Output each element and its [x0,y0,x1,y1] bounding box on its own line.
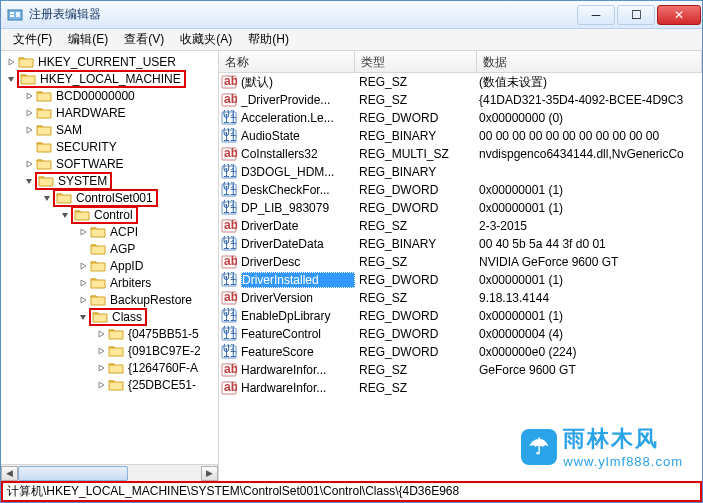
value-type: REG_SZ [355,291,475,305]
list-row[interactable]: abDriverDescREG_SZNVIDIA GeForce 9600 GT [219,253,702,271]
value-name: D3DOGL_HDM... [241,165,355,179]
tree-item[interactable]: HARDWARE [1,104,218,121]
caret-icon[interactable] [23,158,35,170]
caret-icon[interactable] [77,243,89,255]
col-type[interactable]: 类型 [355,51,477,72]
tree-item[interactable]: {1264760F-A [1,359,218,376]
tree-item[interactable]: HKEY_LOCAL_MACHINE [1,70,218,87]
value-data: 0x00000000 (0) [475,111,702,125]
tree-label: {091BC97E-2 [127,344,202,358]
caret-icon[interactable] [23,90,35,102]
tree-label: {1264760F-A [127,361,199,375]
tree-item[interactable]: SECURITY [1,138,218,155]
caret-icon[interactable] [95,379,107,391]
list-row[interactable]: abDriverDateREG_SZ2-3-2015 [219,217,702,235]
col-data[interactable]: 数据 [477,51,702,72]
list-row[interactable]: ab_DriverProvide...REG_SZ{41DAD321-35D4-… [219,91,702,109]
tree-item[interactable]: ControlSet001 [1,189,218,206]
svg-text:110: 110 [223,166,237,180]
list-row[interactable]: 011110D3DOGL_HDM...REG_BINARY [219,163,702,181]
caret-icon[interactable] [95,345,107,357]
list-row[interactable]: 011110DP_LIB_983079REG_DWORD0x00000001 (… [219,199,702,217]
list-row[interactable]: 011110DriverDateDataREG_BINARY00 40 5b 5… [219,235,702,253]
value-type-icon: ab [221,380,237,396]
caret-icon[interactable] [23,124,35,136]
list-row[interactable]: 011110DriverInstalledREG_DWORD0x00000001… [219,271,702,289]
scroll-right-icon[interactable]: ▶ [201,466,218,481]
tree-item[interactable]: SYSTEM [1,172,218,189]
tree-item[interactable]: BCD00000000 [1,87,218,104]
menu-edit[interactable]: 编辑(E) [60,29,116,50]
caret-icon[interactable] [95,362,107,374]
svg-text:ab: ab [224,92,237,106]
list-row[interactable]: ab(默认)REG_SZ(数值未设置) [219,73,702,91]
tree-item[interactable]: HKEY_CURRENT_USER [1,53,218,70]
list-row[interactable]: abDriverVersionREG_SZ9.18.13.4144 [219,289,702,307]
key-tree[interactable]: HKEY_CURRENT_USERHKEY_LOCAL_MACHINEBCD00… [1,51,219,481]
caret-icon[interactable] [77,277,89,289]
caret-icon[interactable] [23,141,35,153]
tree-item[interactable]: AppID [1,257,218,274]
tree-label: Control [93,208,134,222]
list-row[interactable]: 011110FeatureControlREG_DWORD0x00000004 … [219,325,702,343]
folder-icon [36,157,52,171]
tree-item[interactable]: ACPI [1,223,218,240]
watermark-text: 雨林木风 [563,424,683,454]
menu-help[interactable]: 帮助(H) [240,29,297,50]
caret-icon[interactable] [77,311,89,323]
tree-item[interactable]: Class [1,308,218,325]
menu-fav[interactable]: 收藏夹(A) [172,29,240,50]
svg-text:110: 110 [223,274,237,288]
tree-hscroll[interactable]: ◀ ▶ [1,464,218,481]
caret-icon[interactable] [5,56,17,68]
value-type: REG_MULTI_SZ [355,147,475,161]
svg-text:ab: ab [224,380,237,394]
caret-icon[interactable] [77,260,89,272]
list-row[interactable]: abHardwareInfor...REG_SZGeForce 9600 GT [219,361,702,379]
list-row[interactable]: 011110EnableDpLibraryREG_DWORD0x00000001… [219,307,702,325]
menu-file[interactable]: 文件(F) [5,29,60,50]
list-row[interactable]: 011110DeskCheckFor...REG_DWORD0x00000001… [219,181,702,199]
menu-view[interactable]: 查看(V) [116,29,172,50]
value-type: REG_BINARY [355,165,475,179]
maximize-button[interactable]: ☐ [617,5,655,25]
list-row[interactable]: abCoInstallers32REG_MULTI_SZnvdispgenco6… [219,145,702,163]
caret-icon[interactable] [5,73,17,85]
tree-item[interactable]: {25DBCE51- [1,376,218,393]
caret-icon[interactable] [23,175,35,187]
tree-item[interactable]: SOFTWARE [1,155,218,172]
list-row[interactable]: abHardwareInfor...REG_SZ [219,379,702,397]
value-name: (默认) [241,74,355,91]
titlebar[interactable]: 注册表编辑器 ─ ☐ ✕ [1,1,702,29]
tree-item[interactable]: AGP [1,240,218,257]
list-row[interactable]: 011110Acceleration.Le...REG_DWORD0x00000… [219,109,702,127]
tree-item[interactable]: BackupRestore [1,291,218,308]
list-row[interactable]: 011110FeatureScoreREG_DWORD0x000000e0 (2… [219,343,702,361]
regedit-icon [7,7,23,23]
tree-item[interactable]: SAM [1,121,218,138]
minimize-button[interactable]: ─ [577,5,615,25]
caret-icon[interactable] [59,209,71,221]
svg-text:ab: ab [224,74,237,88]
tree-item[interactable]: {0475BB51-5 [1,325,218,342]
caret-icon[interactable] [41,192,53,204]
svg-text:110: 110 [223,130,237,144]
scroll-left-icon[interactable]: ◀ [1,466,18,481]
value-type-icon: 011110 [221,344,237,360]
caret-icon[interactable] [77,294,89,306]
caret-icon[interactable] [95,328,107,340]
caret-icon[interactable] [23,107,35,119]
folder-icon [20,72,36,86]
close-button[interactable]: ✕ [657,5,701,25]
tree-item[interactable]: {091BC97E-2 [1,342,218,359]
caret-icon[interactable] [77,226,89,238]
col-name[interactable]: 名称 [219,51,355,72]
value-list[interactable]: 名称 类型 数据 ab(默认)REG_SZ(数值未设置)ab_DriverPro… [219,51,702,481]
list-row[interactable]: 011110AudioStateREG_BINARY00 00 00 00 00… [219,127,702,145]
tree-item[interactable]: Control [1,206,218,223]
tree-label: {25DBCE51- [127,378,197,392]
list-header[interactable]: 名称 类型 数据 [219,51,702,73]
tree-item[interactable]: Arbiters [1,274,218,291]
svg-rect-2 [10,15,14,17]
folder-icon [108,344,124,358]
